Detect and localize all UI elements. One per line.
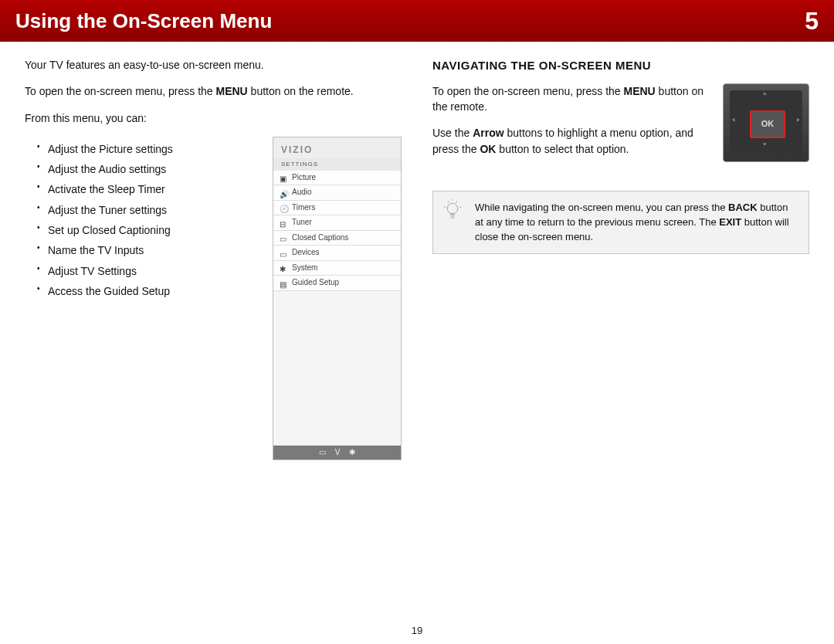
intro-paragraph-2: To open the on-screen menu, press the ME… bbox=[25, 83, 402, 99]
remote-navpad-image: ˄ ˅ ˂ ˃ OK bbox=[723, 83, 809, 162]
arrow-left-icon: ˂ bbox=[731, 117, 737, 131]
tv-menu-empty-area bbox=[273, 291, 401, 446]
list-item: Adjust the Audio settings bbox=[48, 161, 260, 177]
nav-paragraph-2: Use the Arrow buttons to highlight a men… bbox=[432, 125, 707, 157]
tv-menu-item: ✱System bbox=[273, 261, 401, 276]
feature-list: Adjust the Picture settings Adjust the A… bbox=[25, 141, 260, 299]
page-title: Using the On-Screen Menu bbox=[15, 9, 272, 33]
left-column: Your TV features an easy-to-use on-scree… bbox=[25, 57, 402, 460]
tv-menu-item: ▣Picture bbox=[273, 171, 401, 186]
cc-icon: ▭ bbox=[280, 234, 287, 242]
tv-menu-item: ⊟Tuner bbox=[273, 215, 401, 231]
arrow-right-icon: ˃ bbox=[795, 117, 801, 131]
tv-brand-logo: VIZIO bbox=[273, 137, 401, 158]
setup-icon: ▤ bbox=[280, 280, 287, 287]
tv-menu-section: SETTINGS bbox=[273, 158, 401, 171]
footer-v-icon: V bbox=[335, 447, 341, 459]
timers-icon: 🕘 bbox=[280, 204, 287, 212]
audio-icon: 🔊 bbox=[280, 189, 287, 197]
list-item: Adjust the Picture settings bbox=[48, 141, 260, 157]
tv-menu-item: ▭Closed Captions bbox=[273, 231, 401, 246]
list-item: Name the TV Inputs bbox=[48, 242, 260, 258]
devices-icon: ▭ bbox=[280, 249, 287, 257]
tuner-icon: ⊟ bbox=[280, 219, 287, 227]
page-number: 19 bbox=[0, 625, 834, 636]
nav-paragraph-1: To open the on-screen menu, press the ME… bbox=[432, 83, 707, 115]
chapter-number: 5 bbox=[805, 7, 819, 36]
intro-paragraph-3: From this menu, you can: bbox=[25, 110, 402, 126]
right-column: NAVIGATING THE ON-SCREEN MENU To open th… bbox=[432, 57, 809, 460]
tv-menu-footer: ▭ V ✱ bbox=[273, 446, 401, 459]
svg-point-0 bbox=[447, 203, 458, 214]
tv-menu-screenshot: VIZIO SETTINGS ▣Picture 🔊Audio 🕘Timers ⊟… bbox=[273, 137, 402, 460]
footer-gear-icon: ✱ bbox=[349, 447, 355, 459]
tip-callout: While navigating the on-screen menu, you… bbox=[432, 191, 809, 255]
list-item: Adjust the Tuner settings bbox=[48, 202, 260, 218]
intro-paragraph-1: Your TV features an easy-to-use on-scree… bbox=[25, 57, 402, 73]
picture-icon: ▣ bbox=[280, 174, 287, 181]
tv-menu-item: ▤Guided Setup bbox=[273, 276, 401, 291]
list-item: Adjust TV Settings bbox=[48, 263, 260, 279]
list-item: Set up Closed Captioning bbox=[48, 222, 260, 238]
tv-menu-item: 🔊Audio bbox=[273, 185, 401, 201]
arrow-up-icon: ˄ bbox=[762, 90, 768, 105]
tv-menu-item: 🕘Timers bbox=[273, 201, 401, 216]
ok-button-highlight: OK bbox=[750, 110, 785, 138]
list-item: Activate the Sleep Timer bbox=[48, 181, 260, 197]
list-item: Access the Guided Setup bbox=[48, 283, 260, 299]
arrow-down-icon: ˅ bbox=[762, 141, 768, 155]
footer-box-icon: ▭ bbox=[319, 447, 326, 459]
tv-menu-item: ▭Devices bbox=[273, 246, 401, 261]
chapter-header: Using the On-Screen Menu 5 bbox=[0, 0, 834, 42]
section-heading: NAVIGATING THE ON-SCREEN MENU bbox=[432, 57, 809, 74]
system-icon: ✱ bbox=[280, 264, 287, 272]
lightbulb-icon bbox=[441, 199, 464, 222]
